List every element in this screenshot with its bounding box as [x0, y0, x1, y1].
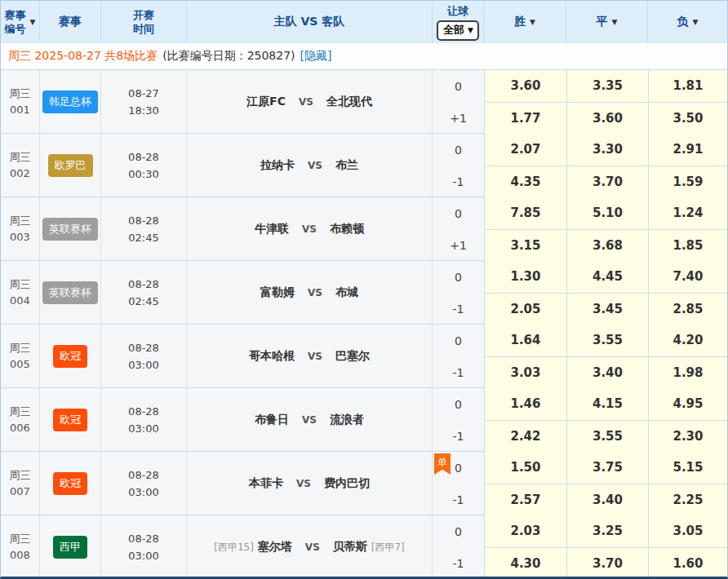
handicap-filter-value: 全部	[443, 23, 464, 38]
lose-odds-top[interactable]: 3.05	[648, 515, 727, 548]
away-team: 布兰	[335, 158, 358, 173]
vs-label: VS	[308, 287, 322, 298]
lose-odds-top[interactable]: 5.15	[648, 452, 727, 484]
event-day: 周三	[10, 340, 31, 356]
event-no-cell: 周三 007	[1, 452, 40, 515]
win-odds-bottom[interactable]: 2.05	[484, 294, 566, 325]
match-time: 03:00	[128, 420, 159, 437]
league-badge: 欧冠	[53, 472, 87, 495]
lose-odds-top[interactable]: 2.91	[648, 134, 727, 166]
draw-odds-top[interactable]: 3.55	[566, 325, 648, 357]
event-number: 005	[10, 356, 31, 373]
chevron-down-icon[interactable]: ▼	[612, 18, 618, 26]
win-odds-top[interactable]: 1.64	[484, 325, 566, 357]
lose-odds-col: 7.40 2.85	[648, 261, 727, 325]
lose-odds-bottom[interactable]: 2.30	[648, 421, 727, 453]
win-odds-bottom[interactable]: 3.03	[484, 357, 566, 389]
win-odds-bottom[interactable]: 3.15	[484, 230, 566, 262]
draw-odds-bottom[interactable]: 3.70	[566, 166, 648, 198]
win-odds-bottom[interactable]: 1.77	[484, 103, 566, 135]
event-number: 003	[10, 229, 31, 245]
lose-odds-bottom[interactable]: 2.85	[648, 294, 727, 325]
match-rows: 周三 001 韩足总杯 08-27 18:30 江原FC VS 全北现代 0 +…	[1, 70, 727, 579]
draw-odds-bottom[interactable]: 3.55	[566, 421, 648, 453]
home-rank-tag: [西甲15]	[214, 541, 254, 555]
handicap-value-top: 0	[433, 197, 484, 229]
lose-odds-bottom[interactable]: 2.25	[648, 484, 727, 516]
header-lose[interactable]: 负 ▼	[648, 1, 727, 43]
lose-odds-top[interactable]: 4.95	[648, 388, 727, 421]
event-no-cell: 周三 005	[1, 325, 40, 388]
teams-cell: 拉纳卡 VS 布兰	[187, 134, 433, 197]
match-time: 02:45	[128, 229, 159, 246]
header-teams-label: 主队 VS 客队	[274, 15, 345, 29]
match-date: 08-28	[128, 530, 159, 547]
win-odds-top[interactable]: 2.07	[484, 134, 566, 166]
league-badge: 英联赛杯	[42, 218, 98, 241]
draw-odds-bottom[interactable]: 3.45	[566, 294, 648, 325]
draw-odds-top[interactable]: 4.45	[566, 261, 648, 294]
win-odds-top[interactable]: 1.50	[484, 452, 566, 484]
match-date: 08-28	[128, 403, 159, 420]
lose-odds-top[interactable]: 7.40	[648, 261, 727, 294]
draw-odds-top[interactable]: 3.35	[566, 70, 648, 103]
handicap-cell: 0 -1	[433, 388, 484, 452]
draw-odds-top[interactable]: 3.30	[566, 134, 648, 166]
lose-odds-top[interactable]: 1.81	[648, 70, 727, 103]
table-row: 周三 007 欧冠 08-28 03:00 本菲卡 VS 费内巴切 单 0 -1…	[1, 452, 727, 515]
lose-odds-col: 1.81 3.50	[648, 70, 727, 134]
lose-odds-top[interactable]: 4.20	[648, 325, 727, 357]
teams-cell: 布鲁日 VS 流浪者	[187, 388, 433, 452]
draw-odds-bottom[interactable]: 3.60	[566, 103, 648, 135]
win-odds-top[interactable]: 2.03	[484, 515, 566, 548]
draw-odds-bottom[interactable]: 3.68	[566, 230, 648, 262]
chevron-down-icon[interactable]: ▼	[30, 18, 36, 26]
handicap-value-bottom: -1	[433, 166, 484, 197]
header-win[interactable]: 胜 ▼	[484, 1, 566, 43]
win-odds-bottom[interactable]: 2.57	[484, 484, 566, 516]
draw-odds-top[interactable]: 3.75	[566, 452, 648, 484]
header-event-no-line2: 编号	[5, 22, 26, 36]
win-odds-col: 1.64 3.03	[484, 325, 566, 388]
lose-odds-bottom[interactable]: 1.98	[648, 357, 727, 389]
lose-odds-bottom[interactable]: 1.85	[648, 230, 727, 262]
teams-cell: 牛津联 VS 布赖顿	[187, 197, 433, 261]
lose-odds-bottom[interactable]: 1.60	[648, 548, 727, 579]
draw-odds-col: 5.10 3.68	[566, 197, 648, 261]
win-odds-top[interactable]: 3.60	[484, 70, 566, 103]
handicap-value-top: 0	[433, 515, 484, 547]
hide-link[interactable]: [隐藏]	[300, 49, 332, 64]
league-badge: 韩足总杯	[42, 91, 98, 113]
event-day: 周三	[10, 404, 31, 420]
draw-odds-bottom[interactable]: 3.40	[566, 357, 648, 389]
header-draw-label: 平	[597, 15, 608, 29]
lose-odds-bottom[interactable]: 3.50	[648, 103, 727, 135]
draw-odds-bottom[interactable]: 3.70	[566, 548, 648, 579]
lose-odds-bottom[interactable]: 1.59	[648, 166, 727, 198]
win-odds-col: 2.03 4.30	[484, 515, 566, 579]
handicap-cell: 0 +1	[433, 197, 484, 261]
chevron-down-icon[interactable]: ▼	[693, 18, 699, 26]
league-cell: 英联赛杯	[40, 261, 101, 325]
win-odds-bottom[interactable]: 4.35	[484, 166, 566, 198]
home-team: 塞尔塔	[258, 540, 292, 555]
draw-odds-bottom[interactable]: 3.40	[566, 484, 648, 516]
chevron-down-icon[interactable]: ▼	[530, 18, 535, 26]
handicap-value-bottom: -1	[433, 356, 484, 388]
handicap-filter-select[interactable]: 全部 ▼	[437, 20, 479, 41]
league-cell: 欧冠	[40, 325, 101, 388]
win-odds-bottom[interactable]: 2.42	[484, 421, 566, 453]
away-team: 巴塞尔	[335, 349, 370, 364]
win-odds-top[interactable]: 1.30	[484, 261, 566, 294]
win-odds-col: 7.85 3.15	[484, 197, 566, 261]
draw-odds-top[interactable]: 5.10	[566, 197, 648, 230]
lose-odds-top[interactable]: 1.24	[648, 197, 727, 230]
win-odds-top[interactable]: 1.46	[484, 388, 566, 421]
win-odds-top[interactable]: 7.85	[484, 197, 566, 230]
draw-odds-top[interactable]: 3.25	[566, 515, 648, 548]
header-event-no[interactable]: 赛事 编号 ▼	[1, 1, 40, 43]
vs-label: VS	[299, 96, 313, 108]
draw-odds-top[interactable]: 4.15	[566, 388, 648, 421]
win-odds-bottom[interactable]: 4.30	[484, 548, 566, 579]
header-draw[interactable]: 平 ▼	[566, 1, 648, 43]
